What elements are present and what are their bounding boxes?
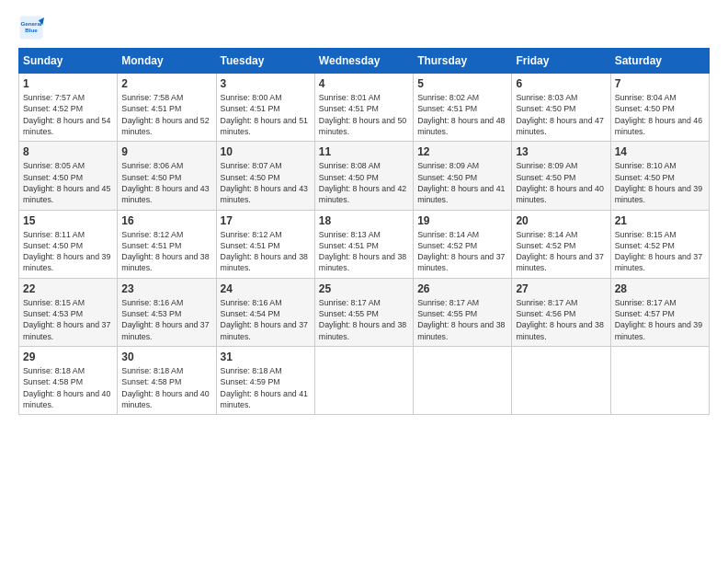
day-cell: 29 Sunrise: 8:18 AM Sunset: 4:58 PM Dayl… bbox=[19, 347, 118, 415]
day-number: 1 bbox=[23, 77, 113, 90]
col-header-friday: Friday bbox=[512, 49, 610, 74]
week-row-2: 8 Sunrise: 8:05 AM Sunset: 4:50 PM Dayli… bbox=[19, 142, 710, 210]
day-cell: 21 Sunrise: 8:15 AM Sunset: 4:52 PM Dayl… bbox=[610, 210, 709, 278]
day-cell: 17 Sunrise: 8:12 AM Sunset: 4:51 PM Dayl… bbox=[216, 210, 314, 278]
day-info: Sunrise: 8:18 AM Sunset: 4:58 PM Dayligh… bbox=[121, 365, 211, 410]
day-info: Sunrise: 8:15 AM Sunset: 4:53 PM Dayligh… bbox=[23, 297, 113, 342]
day-info: Sunrise: 8:08 AM Sunset: 4:50 PM Dayligh… bbox=[319, 160, 409, 205]
day-info: Sunrise: 8:14 AM Sunset: 4:52 PM Dayligh… bbox=[417, 229, 507, 274]
day-info: Sunrise: 8:12 AM Sunset: 4:51 PM Dayligh… bbox=[121, 229, 211, 274]
day-number: 12 bbox=[417, 145, 507, 158]
day-cell: 18 Sunrise: 8:13 AM Sunset: 4:51 PM Dayl… bbox=[314, 210, 413, 278]
col-header-wednesday: Wednesday bbox=[314, 49, 413, 74]
day-info: Sunrise: 8:05 AM Sunset: 4:50 PM Dayligh… bbox=[23, 160, 113, 205]
day-number: 4 bbox=[319, 77, 409, 90]
day-info: Sunrise: 8:18 AM Sunset: 4:59 PM Dayligh… bbox=[221, 365, 311, 410]
day-info: Sunrise: 8:15 AM Sunset: 4:52 PM Dayligh… bbox=[615, 229, 705, 274]
day-number: 22 bbox=[23, 282, 113, 295]
day-number: 18 bbox=[319, 214, 409, 227]
day-cell: 9 Sunrise: 8:06 AM Sunset: 4:50 PM Dayli… bbox=[118, 142, 216, 210]
day-cell: 8 Sunrise: 8:05 AM Sunset: 4:50 PM Dayli… bbox=[19, 142, 118, 210]
day-number: 11 bbox=[319, 145, 409, 158]
day-number: 23 bbox=[121, 282, 211, 295]
col-header-sunday: Sunday bbox=[19, 49, 118, 74]
day-cell: 23 Sunrise: 8:16 AM Sunset: 4:53 PM Dayl… bbox=[118, 278, 216, 346]
day-cell: 11 Sunrise: 8:08 AM Sunset: 4:50 PM Dayl… bbox=[314, 142, 413, 210]
day-info: Sunrise: 8:14 AM Sunset: 4:52 PM Dayligh… bbox=[516, 229, 606, 274]
week-row-3: 15 Sunrise: 8:11 AM Sunset: 4:50 PM Dayl… bbox=[19, 210, 710, 278]
day-cell: 28 Sunrise: 8:17 AM Sunset: 4:57 PM Dayl… bbox=[610, 278, 709, 346]
day-info: Sunrise: 8:12 AM Sunset: 4:51 PM Dayligh… bbox=[221, 229, 311, 274]
day-number: 31 bbox=[221, 350, 311, 363]
svg-text:General: General bbox=[20, 20, 41, 27]
day-info: Sunrise: 8:17 AM Sunset: 4:57 PM Dayligh… bbox=[615, 297, 705, 342]
day-info: Sunrise: 8:17 AM Sunset: 4:56 PM Dayligh… bbox=[516, 297, 606, 342]
day-cell: 22 Sunrise: 8:15 AM Sunset: 4:53 PM Dayl… bbox=[19, 278, 118, 346]
day-cell: 24 Sunrise: 8:16 AM Sunset: 4:54 PM Dayl… bbox=[216, 278, 314, 346]
day-number: 6 bbox=[516, 77, 606, 90]
day-number: 15 bbox=[23, 214, 113, 227]
svg-text:Blue: Blue bbox=[25, 27, 38, 33]
day-number: 25 bbox=[319, 282, 409, 295]
day-number: 21 bbox=[615, 214, 705, 227]
day-info: Sunrise: 8:09 AM Sunset: 4:50 PM Dayligh… bbox=[417, 160, 507, 205]
week-row-5: 29 Sunrise: 8:18 AM Sunset: 4:58 PM Dayl… bbox=[19, 347, 710, 415]
day-cell: 1 Sunrise: 7:57 AM Sunset: 4:52 PM Dayli… bbox=[19, 74, 118, 142]
day-number: 26 bbox=[417, 282, 507, 295]
week-row-4: 22 Sunrise: 8:15 AM Sunset: 4:53 PM Dayl… bbox=[19, 278, 710, 346]
col-header-monday: Monday bbox=[118, 49, 216, 74]
page: General Blue SundayMondayTuesdayWednesda… bbox=[0, 0, 728, 563]
week-row-1: 1 Sunrise: 7:57 AM Sunset: 4:52 PM Dayli… bbox=[19, 74, 710, 142]
day-cell: 25 Sunrise: 8:17 AM Sunset: 4:55 PM Dayl… bbox=[314, 278, 413, 346]
day-number: 17 bbox=[221, 214, 311, 227]
day-cell bbox=[414, 347, 512, 415]
day-number: 19 bbox=[417, 214, 507, 227]
day-info: Sunrise: 8:17 AM Sunset: 4:55 PM Dayligh… bbox=[319, 297, 409, 342]
day-cell: 31 Sunrise: 8:18 AM Sunset: 4:59 PM Dayl… bbox=[216, 347, 314, 415]
day-cell bbox=[512, 347, 610, 415]
day-cell: 7 Sunrise: 8:04 AM Sunset: 4:50 PM Dayli… bbox=[610, 74, 709, 142]
day-number: 2 bbox=[121, 77, 211, 90]
day-info: Sunrise: 8:03 AM Sunset: 4:50 PM Dayligh… bbox=[516, 92, 606, 137]
header-row: SundayMondayTuesdayWednesdayThursdayFrid… bbox=[19, 49, 710, 74]
day-number: 7 bbox=[615, 77, 705, 90]
day-info: Sunrise: 8:02 AM Sunset: 4:51 PM Dayligh… bbox=[417, 92, 507, 137]
day-number: 29 bbox=[23, 350, 113, 363]
day-number: 24 bbox=[221, 282, 311, 295]
logo: General Blue bbox=[18, 15, 48, 40]
day-info: Sunrise: 7:58 AM Sunset: 4:51 PM Dayligh… bbox=[121, 92, 211, 137]
day-info: Sunrise: 8:11 AM Sunset: 4:50 PM Dayligh… bbox=[23, 229, 113, 274]
day-info: Sunrise: 8:18 AM Sunset: 4:58 PM Dayligh… bbox=[23, 365, 113, 410]
day-cell: 14 Sunrise: 8:10 AM Sunset: 4:50 PM Dayl… bbox=[610, 142, 709, 210]
day-cell: 15 Sunrise: 8:11 AM Sunset: 4:50 PM Dayl… bbox=[19, 210, 118, 278]
day-cell: 10 Sunrise: 8:07 AM Sunset: 4:50 PM Dayl… bbox=[216, 142, 314, 210]
day-number: 28 bbox=[615, 282, 705, 295]
day-cell: 27 Sunrise: 8:17 AM Sunset: 4:56 PM Dayl… bbox=[512, 278, 610, 346]
day-info: Sunrise: 8:17 AM Sunset: 4:55 PM Dayligh… bbox=[417, 297, 507, 342]
day-cell: 4 Sunrise: 8:01 AM Sunset: 4:51 PM Dayli… bbox=[314, 74, 413, 142]
header: General Blue bbox=[18, 15, 710, 40]
day-cell: 2 Sunrise: 7:58 AM Sunset: 4:51 PM Dayli… bbox=[118, 74, 216, 142]
day-info: Sunrise: 8:16 AM Sunset: 4:54 PM Dayligh… bbox=[221, 297, 311, 342]
day-info: Sunrise: 8:04 AM Sunset: 4:50 PM Dayligh… bbox=[615, 92, 705, 137]
day-number: 20 bbox=[516, 214, 606, 227]
day-number: 3 bbox=[221, 77, 311, 90]
day-cell: 13 Sunrise: 8:09 AM Sunset: 4:50 PM Dayl… bbox=[512, 142, 610, 210]
col-header-tuesday: Tuesday bbox=[216, 49, 314, 74]
day-cell: 12 Sunrise: 8:09 AM Sunset: 4:50 PM Dayl… bbox=[414, 142, 512, 210]
day-number: 9 bbox=[121, 145, 211, 158]
logo-icon: General Blue bbox=[18, 15, 44, 40]
day-info: Sunrise: 8:01 AM Sunset: 4:51 PM Dayligh… bbox=[319, 92, 409, 137]
col-header-saturday: Saturday bbox=[610, 49, 709, 74]
day-info: Sunrise: 8:16 AM Sunset: 4:53 PM Dayligh… bbox=[121, 297, 211, 342]
day-number: 16 bbox=[121, 214, 211, 227]
day-number: 5 bbox=[417, 77, 507, 90]
day-cell: 19 Sunrise: 8:14 AM Sunset: 4:52 PM Dayl… bbox=[414, 210, 512, 278]
day-cell bbox=[314, 347, 413, 415]
day-cell: 5 Sunrise: 8:02 AM Sunset: 4:51 PM Dayli… bbox=[414, 74, 512, 142]
day-number: 27 bbox=[516, 282, 606, 295]
day-info: Sunrise: 8:09 AM Sunset: 4:50 PM Dayligh… bbox=[516, 160, 606, 205]
day-info: Sunrise: 7:57 AM Sunset: 4:52 PM Dayligh… bbox=[23, 92, 113, 137]
day-cell: 16 Sunrise: 8:12 AM Sunset: 4:51 PM Dayl… bbox=[118, 210, 216, 278]
day-info: Sunrise: 8:06 AM Sunset: 4:50 PM Dayligh… bbox=[121, 160, 211, 205]
